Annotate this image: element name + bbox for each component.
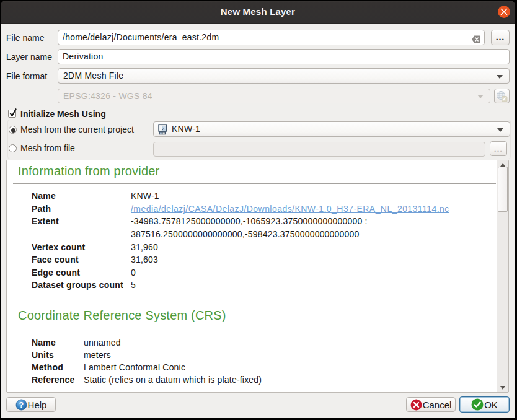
vertical-scrollbar[interactable] [497,160,508,392]
ok-button[interactable]: OK [459,396,510,413]
layer-name-input[interactable]: Derivation [58,49,510,64]
initialize-mesh-label[interactable]: Initialize Mesh Using [20,109,106,119]
file-name-input[interactable]: /home/delazj/Documents/era_east.2dm [58,30,485,45]
chevron-down-icon [477,95,484,98]
titlebar[interactable]: New Mesh Layer [1,1,515,24]
chevron-down-icon [497,128,503,132]
window-title: New Mesh Layer [1,6,515,17]
close-button[interactable] [498,6,510,18]
provider-information-panel: Information from provider Name KNW-1 Pat… [6,160,509,393]
scroll-down-icon[interactable] [500,386,505,390]
help-icon: ? [15,399,27,411]
provider-info-heading: Information from provider [18,164,159,178]
mesh-from-project-radio[interactable] [9,126,17,134]
clear-text-icon[interactable] [472,33,480,45]
mesh-from-file-radio[interactable] [9,144,17,152]
file-name-label: File name [6,33,44,43]
close-icon [500,8,508,15]
chevron-down-icon [497,75,503,79]
svg-text:?: ? [19,401,23,409]
file-name-browse-button[interactable]: … [491,30,510,45]
new-mesh-layer-dialog: New Mesh Layer File name /home/delazj/Do… [1,1,515,418]
heading-rule [13,183,496,184]
layer-name-label: Layer name [6,52,52,62]
mesh-file-browse-button: … [490,141,507,156]
globe-crs-icon [496,90,508,102]
file-format-combobox[interactable]: 2DM Mesh File [58,68,510,84]
mesh-from-project-label[interactable]: Mesh from the current project [20,125,134,134]
check-icon [9,108,18,118]
mesh-file-input [153,142,485,157]
ok-icon [471,398,484,411]
mesh-layer-icon [158,124,169,139]
path-link[interactable]: /media/delazj/CASA/DelazJ/Downloads/KNW-… [131,203,449,215]
initialize-mesh-checkbox[interactable] [8,110,16,118]
scrollbar-thumb[interactable] [498,167,508,212]
crs-combobox: EPSG:4326 - WGS 84 [58,89,490,103]
mesh-from-file-label[interactable]: Mesh from file [20,143,75,153]
crs-picker-button [494,89,510,103]
help-button[interactable]: ? Help [6,397,56,412]
cancel-icon [410,399,422,411]
crs-heading: Coordinate Reference System (CRS) [18,308,226,323]
heading-rule [13,331,496,331]
cancel-button[interactable]: Cancel [406,397,456,412]
file-format-label: File format [6,71,47,81]
mesh-layer-combobox[interactable]: KNW-1 [153,121,510,137]
